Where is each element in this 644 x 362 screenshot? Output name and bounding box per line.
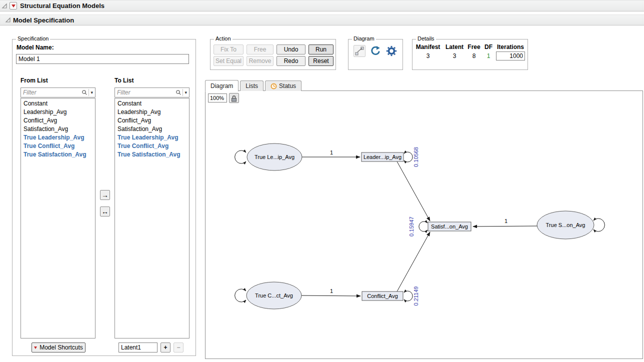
free-button[interactable]: Free bbox=[246, 44, 274, 54]
list-item[interactable]: True Satisfaction_Avg bbox=[115, 150, 189, 159]
refresh-icon bbox=[370, 45, 381, 57]
diagram-tools-group: Diagram bbox=[348, 39, 403, 70]
node-label: Conflict_Avg bbox=[367, 293, 398, 299]
list-item[interactable]: Satisfaction_Avg bbox=[21, 125, 95, 134]
outline-disclosure-icon[interactable] bbox=[5, 17, 11, 23]
df-value: 1 bbox=[482, 52, 494, 60]
section-title: Model Specification bbox=[13, 16, 74, 24]
list-item[interactable]: True Conflict_Avg bbox=[21, 142, 95, 150]
report-title: Structural Equation Models bbox=[20, 2, 104, 10]
edge-conflict-satisfaction[interactable] bbox=[397, 232, 430, 292]
search-icon[interactable] bbox=[176, 90, 182, 96]
details-group: Details Manifest 3 Latent 3 Free 8 DF 1 … bbox=[412, 39, 528, 70]
edge-loading-label[interactable]: 1 bbox=[330, 288, 333, 294]
add-covariance-button[interactable]: ↔ bbox=[100, 206, 110, 216]
variance-loop-leadership[interactable] bbox=[404, 152, 412, 162]
variance-loop-true-leadership[interactable] bbox=[235, 150, 246, 164]
remove-button[interactable]: Remove bbox=[246, 56, 274, 66]
refresh-diagram-button[interactable] bbox=[370, 45, 382, 57]
node-label: Leader...ip_Avg bbox=[364, 154, 402, 160]
iterations-input[interactable] bbox=[496, 52, 525, 60]
sem-path-diagram: True Le...ip_Avg Leader...ip_Avg True C.… bbox=[206, 91, 644, 360]
variance-loop-true-satisfaction[interactable] bbox=[594, 218, 604, 232]
diagram-settings-button[interactable] bbox=[386, 45, 398, 57]
variance-loop-true-conflict[interactable] bbox=[235, 289, 246, 302]
edge-trueconflict-conflict[interactable] bbox=[302, 296, 360, 296]
from-list-filter: ▾ bbox=[20, 88, 96, 98]
model-shortcuts-button[interactable]: Model Shortcuts bbox=[32, 342, 86, 352]
model-name-input[interactable] bbox=[16, 54, 189, 64]
from-filter-input[interactable] bbox=[21, 89, 82, 96]
edge-truesatisfaction-satisfaction[interactable] bbox=[473, 226, 537, 226]
red-triangle-icon bbox=[12, 4, 16, 8]
set-equal-button[interactable]: Set Equal bbox=[214, 56, 244, 66]
list-item[interactable]: True Leadership_Avg bbox=[115, 134, 189, 142]
tab-status-label: Status bbox=[279, 82, 296, 90]
list-item[interactable]: Conflict_Avg bbox=[115, 116, 189, 125]
free-value: 8 bbox=[466, 52, 482, 60]
gear-icon bbox=[386, 45, 397, 57]
list-item[interactable]: Leadership_Avg bbox=[115, 108, 189, 116]
fix-to-button[interactable]: Fix To bbox=[214, 44, 244, 54]
remove-latent-button[interactable]: − bbox=[174, 342, 184, 352]
variance-value-label[interactable]: 0.15947 bbox=[408, 216, 414, 236]
to-list-label: To List bbox=[114, 77, 134, 84]
manifest-value: 3 bbox=[414, 52, 442, 60]
divider bbox=[182, 89, 183, 96]
undo-button[interactable]: Undo bbox=[276, 44, 306, 54]
list-item[interactable]: Leadership_Avg bbox=[21, 108, 95, 116]
specification-group-label: Specification bbox=[16, 36, 50, 42]
list-item[interactable]: Constant bbox=[115, 100, 189, 108]
tab-lists[interactable]: Lists bbox=[240, 80, 264, 91]
chevron-down-icon[interactable]: ▾ bbox=[90, 90, 95, 95]
variance-value-label[interactable]: 0.10568 bbox=[413, 147, 419, 167]
iterations-label: Iterations bbox=[494, 44, 526, 50]
tab-diagram-label: Diagram bbox=[210, 82, 233, 90]
layout-icon bbox=[354, 46, 364, 56]
node-label: True C...ct_Avg bbox=[255, 292, 293, 298]
tab-status[interactable]: Status bbox=[265, 80, 302, 91]
variance-value-label[interactable]: 0.21149 bbox=[413, 286, 419, 306]
list-item[interactable]: True Conflict_Avg bbox=[115, 142, 189, 150]
redo-button[interactable]: Redo bbox=[276, 56, 306, 66]
action-group: Action Fix To Free Undo Run Set Equal Re… bbox=[210, 39, 336, 70]
tab-diagram[interactable]: Diagram bbox=[205, 80, 238, 92]
run-button[interactable]: Run bbox=[308, 44, 334, 54]
list-item[interactable]: True Satisfaction_Avg bbox=[21, 150, 95, 159]
latent-value: 3 bbox=[444, 52, 466, 60]
to-list: Constant Leadership_Avg Conflict_Avg Sat… bbox=[114, 98, 190, 338]
red-triangle-icon bbox=[34, 346, 37, 349]
chevron-down-icon[interactable]: ▾ bbox=[184, 90, 189, 95]
outline-disclosure-icon[interactable] bbox=[2, 3, 8, 9]
list-item[interactable]: Satisfaction_Avg bbox=[115, 125, 189, 134]
df-detail: DF 1 bbox=[482, 44, 494, 60]
list-item[interactable]: True Leadership_Avg bbox=[21, 134, 95, 142]
edge-loading-label[interactable]: 1 bbox=[330, 150, 333, 156]
variance-loop-satisfaction[interactable] bbox=[419, 222, 428, 232]
latent-label: Latent bbox=[444, 44, 466, 50]
latent-name-input[interactable] bbox=[118, 342, 158, 352]
edge-leadership-satisfaction[interactable] bbox=[397, 162, 430, 221]
report-menu-button[interactable] bbox=[10, 2, 17, 10]
variance-loop-conflict[interactable] bbox=[404, 291, 412, 301]
from-list-label: From List bbox=[20, 77, 48, 84]
manifest-label: Manifest bbox=[414, 44, 442, 50]
reset-button[interactable]: Reset bbox=[308, 56, 334, 66]
list-item[interactable]: Constant bbox=[21, 100, 95, 108]
diagram-group-label: Diagram bbox=[352, 36, 376, 42]
node-label: True S...on_Avg bbox=[546, 222, 586, 228]
list-item[interactable]: Conflict_Avg bbox=[21, 116, 95, 125]
edge-loading-label[interactable]: 1 bbox=[504, 218, 508, 224]
layout-diagram-button[interactable] bbox=[354, 45, 366, 57]
action-group-label: Action bbox=[214, 36, 232, 42]
latent-detail: Latent 3 bbox=[444, 44, 466, 60]
section-titlebar: Model Specification bbox=[0, 14, 644, 26]
search-icon[interactable] bbox=[82, 90, 88, 96]
add-latent-button[interactable]: + bbox=[160, 342, 170, 352]
diagram-canvas[interactable]: True Le...ip_Avg Leader...ip_Avg True C.… bbox=[205, 90, 643, 359]
from-list: Constant Leadership_Avg Conflict_Avg Sat… bbox=[20, 98, 96, 338]
iterations-detail: Iterations bbox=[494, 44, 526, 60]
add-path-button[interactable]: → bbox=[100, 190, 110, 200]
status-clock-icon bbox=[270, 83, 277, 90]
to-filter-input[interactable] bbox=[115, 89, 176, 96]
